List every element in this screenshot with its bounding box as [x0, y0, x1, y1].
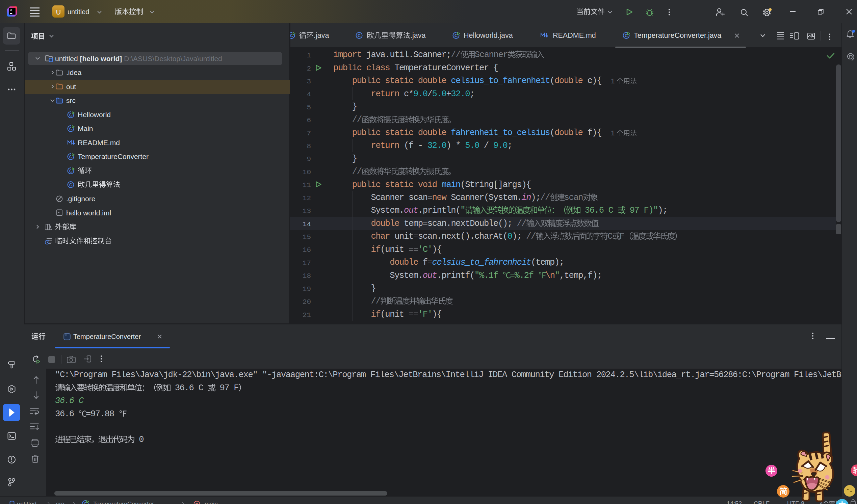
svg-text:C: C: [357, 33, 360, 38]
svg-text:IJ: IJ: [10, 9, 12, 12]
svg-text:m: m: [196, 502, 198, 504]
svg-text:U: U: [56, 9, 61, 16]
svg-text:C: C: [69, 183, 72, 187]
